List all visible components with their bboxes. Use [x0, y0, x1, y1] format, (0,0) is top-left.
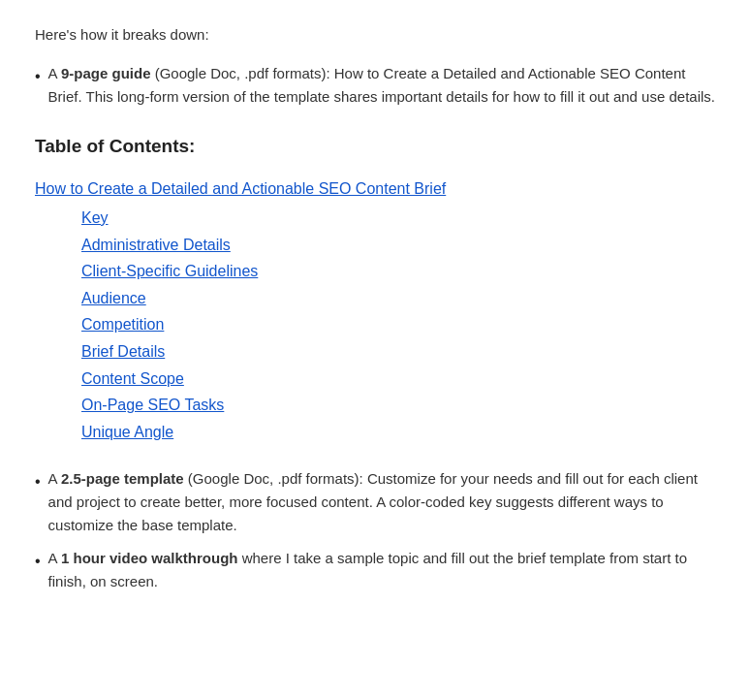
bottom-bullet-bold-1: 1 hour video walkthrough — [61, 550, 238, 566]
bullet-dot-0: • — [35, 469, 41, 494]
bottom-bullet-item-1: •A 1 hour video walkthrough where I take… — [35, 547, 715, 593]
toc-sub-link-1[interactable]: Administrative Details — [81, 233, 715, 258]
toc-main-link-item: How to Create a Detailed and Actionable … — [35, 176, 715, 202]
toc-sub-link-4[interactable]: Competition — [81, 312, 715, 337]
bottom-bullet-bold-0: 2.5-page template — [61, 470, 184, 487]
bullet-dot-1: • — [35, 549, 41, 574]
top-bullet-item: • A 9-page guide (Google Doc, .pdf forma… — [35, 62, 715, 109]
toc-sub-link-2[interactable]: Client-Specific Guidelines — [81, 259, 715, 284]
toc-links-list: How to Create a Detailed and Actionable … — [35, 176, 715, 202]
top-bullet-text: A 9-page guide (Google Doc, .pdf formats… — [48, 62, 715, 109]
intro-text: Here's how it breaks down: — [35, 23, 715, 47]
toc-main-link[interactable]: How to Create a Detailed and Actionable … — [35, 176, 715, 202]
top-bullet-list: • A 9-page guide (Google Doc, .pdf forma… — [35, 62, 715, 109]
bottom-bullet-item-0: •A 2.5-page template (Google Doc, .pdf f… — [35, 467, 715, 537]
toc-sub-link-6[interactable]: Content Scope — [81, 366, 715, 392]
bottom-bullet-prefix-1: A — [48, 550, 61, 566]
toc-sub-link-8[interactable]: Unique Angle — [81, 420, 715, 445]
toc-sub-links-container: KeyAdministrative DetailsClient-Specific… — [35, 206, 715, 444]
toc-sub-link-0[interactable]: Key — [81, 206, 715, 231]
table-of-contents: Table of Contents: How to Create a Detai… — [35, 132, 715, 444]
toc-sub-link-7[interactable]: On-Page SEO Tasks — [81, 393, 715, 418]
bottom-bullet-text-1: A 1 hour video walkthrough where I take … — [48, 547, 715, 593]
bullet-dot: • — [35, 64, 41, 89]
bottom-bullet-prefix-0: A — [48, 470, 61, 487]
toc-sub-link-3[interactable]: Audience — [81, 286, 715, 311]
toc-title: Table of Contents: — [35, 132, 715, 161]
top-bullet-bold: 9-page guide — [61, 65, 151, 81]
toc-sub-link-5[interactable]: Brief Details — [81, 339, 715, 365]
bottom-bullet-text-0: A 2.5-page template (Google Doc, .pdf fo… — [48, 467, 715, 537]
top-bullet-prefix: A — [48, 65, 61, 81]
bottom-bullets-list: •A 2.5-page template (Google Doc, .pdf f… — [35, 467, 715, 593]
